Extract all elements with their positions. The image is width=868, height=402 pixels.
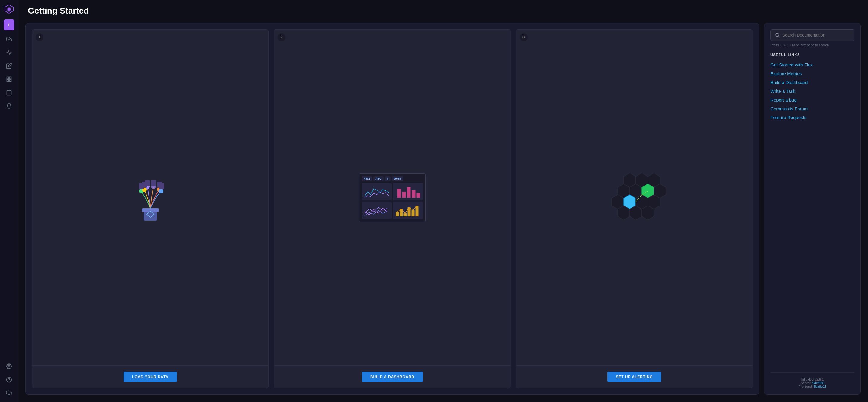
search-box[interactable] (770, 29, 855, 41)
svg-point-12 (8, 366, 10, 367)
link-get-started-flux[interactable]: Get Started with Flux (770, 61, 855, 69)
card-build-dashboard: 2 4392 ABC 4 99.5% (274, 29, 511, 389)
card-1-number: 1 (36, 33, 43, 41)
chart-icon[interactable] (4, 47, 14, 58)
card-2-footer: BUILD A DASHBOARD (274, 366, 510, 388)
svg-rect-34 (412, 190, 415, 198)
dash-stat-4: 99.5% (392, 176, 404, 181)
svg-rect-28 (151, 180, 156, 186)
frontend-version: Frontend: 5ba8e15 (770, 385, 855, 389)
svg-rect-40 (411, 210, 414, 217)
page-header: Getting Started (18, 0, 868, 18)
card-3-illustration: 3 (516, 30, 753, 366)
tasks-icon[interactable] (4, 87, 14, 98)
link-build-dashboard[interactable]: Build a Dashboard (770, 78, 855, 86)
dash-chart-2 (393, 183, 423, 200)
server-hash: 9dcf880 (812, 381, 824, 385)
link-explore-metrics[interactable]: Explore Metrics (770, 69, 855, 78)
dashboard-icon[interactable] (4, 74, 14, 85)
card-load-data: 1 (32, 29, 269, 389)
card-set-up-alerting: 3 (516, 29, 753, 389)
main-content: Getting Started 1 (18, 0, 868, 402)
alerting-svg (601, 168, 668, 228)
svg-point-56 (776, 33, 779, 36)
card-3-number: 3 (520, 33, 528, 41)
dashboard-mockup: 4392 ABC 4 99.5% (359, 173, 426, 222)
link-report-bug[interactable]: Report a bug (770, 96, 855, 104)
svg-rect-35 (416, 193, 420, 198)
svg-point-24 (159, 189, 163, 194)
useful-links-title: USEFUL LINKS (770, 53, 855, 57)
version-info: InfluxDB v2.6.1 Server: 9dcf880 Frontend… (770, 372, 855, 389)
build-dashboard-button[interactable]: BUILD A DASHBOARD (362, 372, 423, 382)
settings-icon[interactable] (4, 361, 14, 372)
dash-stats-row: 4392 ABC 4 99.5% (362, 176, 423, 181)
set-up-alerting-button[interactable]: SET UP ALERTING (607, 372, 661, 382)
svg-rect-31 (397, 189, 401, 198)
search-icon (775, 33, 780, 37)
cards-container: 1 (25, 23, 759, 395)
svg-rect-30 (159, 183, 164, 189)
org-button[interactable]: t (4, 19, 14, 30)
link-feature-requests[interactable]: Feature Requests (770, 113, 855, 121)
card-3-footer: SET UP ALERTING (516, 366, 753, 388)
svg-line-57 (778, 36, 779, 37)
dash-stat-3: 4 (385, 176, 391, 181)
dash-chart-1 (362, 183, 392, 200)
dash-stat-1: 4392 (362, 176, 372, 181)
svg-rect-4 (7, 77, 8, 79)
card-2-number: 2 (278, 33, 285, 41)
pencil-icon[interactable] (4, 60, 14, 71)
sidebar: t (0, 0, 18, 402)
cards-grid: 1 (32, 29, 753, 389)
svg-rect-8 (7, 90, 11, 95)
svg-rect-5 (9, 77, 11, 79)
link-write-task[interactable]: Write a Task (770, 87, 855, 95)
app-logo (4, 4, 14, 15)
load-data-svg (120, 168, 181, 228)
dash-stat-2: ABC (373, 176, 383, 181)
svg-rect-36 (396, 212, 399, 217)
svg-rect-27 (145, 180, 150, 186)
help-icon[interactable] (4, 374, 14, 385)
version-label: InfluxDB v2.6.1 (770, 377, 855, 381)
svg-rect-33 (407, 187, 410, 198)
alerts-icon[interactable] (4, 100, 14, 111)
load-data-button[interactable]: LOAD YOUR DATA (124, 372, 177, 382)
svg-rect-7 (7, 80, 8, 82)
dash-chart-4 (393, 202, 423, 219)
svg-rect-32 (402, 192, 406, 198)
content-area: 1 (18, 18, 868, 402)
dash-chart-3 (362, 202, 392, 219)
svg-rect-6 (9, 80, 11, 82)
link-community-forum[interactable]: Community Forum (770, 105, 855, 113)
server-version: Server: 9dcf880 (770, 381, 855, 385)
search-hint: Press CTRL + M on any page to search (770, 43, 855, 47)
svg-rect-41 (415, 206, 418, 217)
deploy-icon[interactable] (4, 387, 14, 398)
right-panel: Press CTRL + M on any page to search USE… (764, 23, 861, 395)
frontend-hash: 5ba8e15 (814, 385, 827, 389)
dash-charts-grid (362, 183, 423, 219)
page-title: Getting Started (28, 6, 858, 16)
useful-links-list: Get Started with Flux Explore Metrics Bu… (770, 61, 855, 121)
card-1-footer: LOAD YOUR DATA (32, 366, 269, 388)
search-input[interactable] (782, 33, 850, 37)
card-2-illustration: 2 4392 ABC 4 99.5% (274, 30, 510, 366)
card-1-illustration: 1 (32, 30, 269, 366)
svg-rect-38 (403, 213, 406, 217)
upload-icon[interactable] (4, 34, 14, 45)
